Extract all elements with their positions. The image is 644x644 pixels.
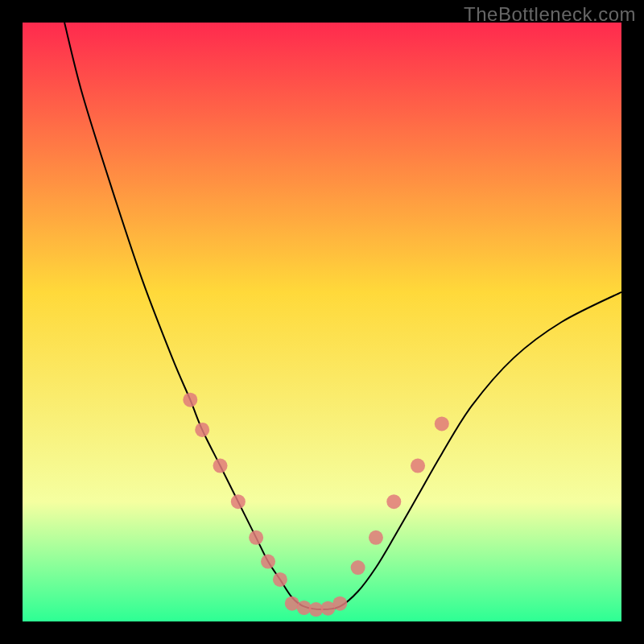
highlight-point [351,560,365,575]
highlight-point [261,555,275,569]
highlight-point [213,459,228,473]
highlight-point [231,494,246,509]
highlight-point [386,494,401,509]
highlight-point [369,530,383,545]
highlight-point [195,423,209,437]
highlight-point [273,572,287,587]
chart-plot-area [23,23,621,621]
bottleneck-chart [0,0,644,644]
watermark-text: TheBottleneck.com [464,3,636,26]
highlight-point [411,459,425,473]
highlight-point [332,597,347,611]
highlight-point [435,416,449,431]
highlight-point [249,530,263,545]
highlight-point [183,393,197,407]
chart-container: TheBottleneck.com [0,0,644,644]
